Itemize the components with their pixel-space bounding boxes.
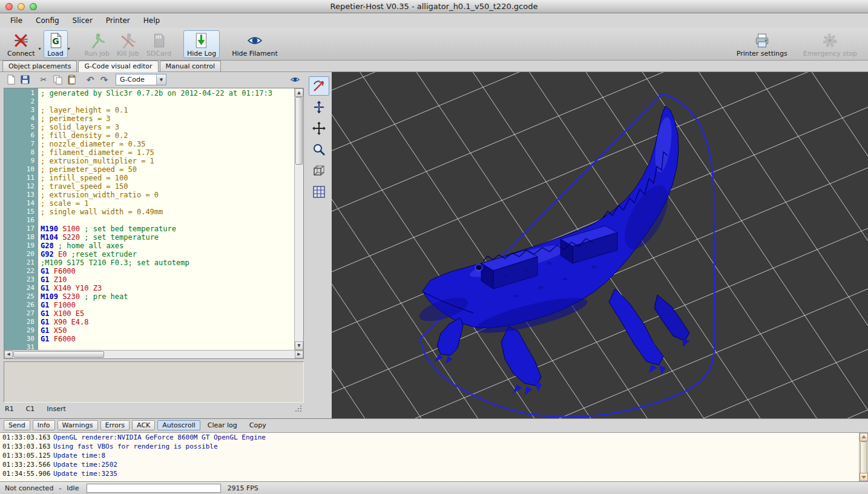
run-job-icon bbox=[88, 31, 105, 50]
pan-view-button[interactable] bbox=[309, 119, 329, 138]
log-button-copy[interactable]: Copy bbox=[245, 420, 271, 430]
menu-item-config[interactable]: Config bbox=[29, 13, 66, 28]
log-button-warnings[interactable]: Warnings bbox=[58, 420, 98, 430]
sdcard-button[interactable]: SDCard bbox=[143, 30, 175, 58]
emergency-stop-icon bbox=[821, 31, 838, 50]
command-input[interactable] bbox=[87, 484, 221, 493]
log-button-ack[interactable]: ACK bbox=[132, 420, 155, 430]
editor-horizontal-scrollbar[interactable]: ◀ ▶ bbox=[4, 350, 303, 358]
printer-settings-button[interactable]: Printer settings bbox=[733, 30, 791, 58]
menu-item-slicer[interactable]: Slicer bbox=[66, 13, 99, 28]
run-job-button[interactable]: Run job bbox=[81, 30, 113, 58]
emergency-stop-button[interactable]: Emergency stop bbox=[800, 30, 861, 58]
undo-icon[interactable]: ↶ bbox=[84, 74, 96, 86]
connect-icon bbox=[13, 31, 30, 50]
code-area[interactable]: ; generated by Slic3r 0.7.2b on 2012-04-… bbox=[38, 88, 294, 350]
perspective-cube-button[interactable] bbox=[309, 161, 329, 180]
copy-icon[interactable] bbox=[51, 74, 64, 86]
minimize-button[interactable] bbox=[18, 3, 25, 10]
menu-item-file[interactable]: File bbox=[4, 13, 29, 28]
redo-icon[interactable]: ↷ bbox=[98, 74, 110, 86]
code-line: ; scale = 1 bbox=[41, 199, 294, 208]
cut-icon[interactable]: ✂ bbox=[38, 74, 50, 86]
tab-object-placements[interactable]: Object placements bbox=[2, 61, 77, 71]
repetier-host-window: Repetier-Host V0.35 - alligator_h0.1_v50… bbox=[0, 0, 868, 494]
log-row: 01:33:05.125Update time:8 bbox=[0, 451, 868, 460]
scroll-down-arrow[interactable]: ▼ bbox=[295, 341, 303, 350]
kill-job-icon bbox=[119, 31, 136, 50]
tab-g-code-visual-editor[interactable]: G-Code visual editor bbox=[78, 61, 158, 72]
zoom-button[interactable] bbox=[30, 3, 37, 10]
scroll-up-arrow[interactable]: ▲ bbox=[295, 88, 303, 97]
log-button-clear-log[interactable]: Clear log bbox=[203, 420, 242, 430]
load-label: Load bbox=[47, 50, 63, 58]
hide-log-button[interactable]: Hide Log bbox=[183, 30, 220, 58]
log-button-autoscroll[interactable]: Autoscroll bbox=[157, 420, 200, 430]
log-scrollbar[interactable] bbox=[859, 433, 868, 481]
new-file-icon[interactable] bbox=[5, 74, 17, 86]
svg-text:G: G bbox=[52, 36, 59, 46]
save-icon[interactable] bbox=[19, 74, 31, 86]
3d-viewport[interactable] bbox=[332, 72, 868, 418]
kill-job-button[interactable]: Kill Job bbox=[113, 30, 143, 58]
line-number: 16 bbox=[4, 216, 35, 225]
editor-toolbar: ✂ ↶ ↷ G-Code ▼ bbox=[0, 72, 306, 88]
log-button-info[interactable]: Info bbox=[33, 420, 55, 430]
hide-filament-button[interactable]: Hide Filament bbox=[228, 30, 281, 58]
fps-indicator: 2915 FPS bbox=[227, 484, 258, 492]
pan-view-icon bbox=[312, 121, 326, 136]
log-scroll-thumb[interactable] bbox=[860, 441, 867, 475]
load-button[interactable]: G Load bbox=[44, 30, 68, 58]
gcode-editor-panel: ✂ ↶ ↷ G-Code ▼ 1 bbox=[0, 72, 306, 418]
log-scroll-up-arrow[interactable] bbox=[860, 433, 868, 441]
log-panel: SendInfoWarningsErrorsACKAutoscrollClear… bbox=[0, 418, 868, 481]
line-number: 24 bbox=[4, 284, 35, 292]
rotate-view-button[interactable] bbox=[309, 76, 329, 96]
menu-item-printer[interactable]: Printer bbox=[99, 13, 137, 28]
traffic-lights bbox=[5, 3, 37, 10]
toggle-grid-button[interactable] bbox=[309, 182, 329, 202]
line-number: 21 bbox=[4, 259, 35, 267]
cursor-col: C1 bbox=[26, 405, 35, 415]
code-line: G1 X50 bbox=[41, 326, 294, 335]
line-number: 8 bbox=[4, 148, 35, 157]
resize-grip[interactable] bbox=[300, 410, 301, 412]
perspective-cube-icon bbox=[312, 163, 326, 178]
zoom-button[interactable] bbox=[309, 140, 329, 159]
log-row: 01:34:55.906Update time:3235 bbox=[0, 469, 868, 478]
log-row: 01:33:03.163OpenGL renderer:NVIDIA GeFor… bbox=[0, 433, 868, 442]
sdcard-icon bbox=[150, 31, 167, 50]
close-button[interactable] bbox=[5, 3, 13, 10]
line-number: 1 bbox=[4, 89, 35, 97]
tab-manual-control[interactable]: Manual control bbox=[160, 61, 222, 71]
scroll-right-arrow[interactable]: ▶ bbox=[295, 351, 303, 358]
log-scroll-down-arrow[interactable] bbox=[860, 473, 868, 481]
log-button-errors[interactable]: Errors bbox=[100, 420, 130, 430]
gcode-editor[interactable]: 1234567891011121314151617181920212223242… bbox=[4, 88, 304, 359]
connect-dropdown-arrow[interactable]: ▾ bbox=[38, 46, 41, 51]
vertical-scroll-thumb[interactable] bbox=[295, 97, 303, 165]
connect-button[interactable]: Connect bbox=[4, 30, 38, 58]
code-line: G28 ; home all axes bbox=[41, 242, 294, 250]
line-number: 26 bbox=[4, 301, 35, 309]
chevron-down-icon[interactable]: ▼ bbox=[156, 74, 166, 85]
log-lines: 01:33:03.163OpenGL renderer:NVIDIA GeFor… bbox=[0, 433, 868, 478]
log-output[interactable]: 01:33:03.163OpenGL renderer:NVIDIA GeFor… bbox=[0, 432, 868, 481]
move-object-button[interactable] bbox=[309, 97, 329, 117]
load-dropdown-arrow[interactable]: ▾ bbox=[68, 46, 70, 51]
line-number: 30 bbox=[4, 335, 35, 343]
horizontal-scroll-thumb[interactable] bbox=[13, 351, 104, 358]
language-dropdown[interactable]: G-Code ▼ bbox=[116, 74, 166, 85]
zoom-icon bbox=[312, 142, 326, 157]
show-filament-eye-icon[interactable] bbox=[289, 74, 301, 86]
log-button-send[interactable]: Send bbox=[4, 420, 30, 430]
paste-icon[interactable] bbox=[65, 74, 77, 86]
line-number: 3 bbox=[4, 106, 35, 114]
menu-item-help[interactable]: Help bbox=[137, 13, 166, 28]
kill-job-label: Kill Job bbox=[117, 50, 139, 58]
move-object-icon bbox=[312, 100, 326, 114]
printer-settings-label: Printer settings bbox=[737, 50, 787, 58]
line-number: 29 bbox=[4, 326, 35, 335]
scroll-left-arrow[interactable]: ◀ bbox=[4, 351, 13, 358]
editor-vertical-scrollbar[interactable]: ▲ ▼ bbox=[294, 88, 303, 350]
